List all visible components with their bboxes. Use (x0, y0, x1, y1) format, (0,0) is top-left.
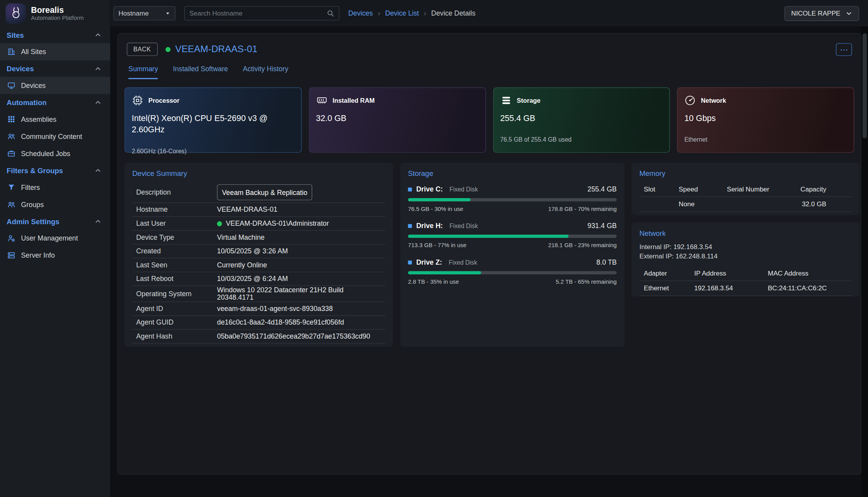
sidebar-section-automation[interactable]: Automation (0, 94, 110, 111)
ram-icon (316, 95, 327, 106)
summary-row-last-user: Last User VEEAM-DRAAS-01\Administrator (132, 217, 386, 231)
storage-stack-icon (500, 95, 512, 106)
sidebar-section-sites[interactable]: Sites (0, 26, 110, 43)
col-header: Speed (679, 185, 727, 193)
sidebar-item-scheduled-jobs[interactable]: Scheduled Jobs (0, 145, 110, 162)
sidebar-item-assemblies[interactable]: Assemblies (0, 111, 110, 128)
row-value: VEEAM-DRAAS-01\Administrator (217, 220, 329, 227)
cpu-icon (132, 95, 143, 106)
stat-sub: 2.60GHz (16-Cores) (132, 148, 294, 154)
device-details-panel: BACK VEEAM-DRAAS-01 ⋯ Summary Installed … (117, 33, 861, 474)
drive-name: Drive H: (416, 222, 443, 230)
tab-summary[interactable]: Summary (129, 65, 158, 79)
stat-title: Storage (517, 97, 541, 104)
memory-serial (727, 200, 801, 208)
sidebar-item-user-management[interactable]: User Management (0, 230, 110, 247)
row-value: veeam-draas-01-agent-svc-8930a338 (217, 305, 333, 313)
network-row: Ethernet 192.168.3.54 BC:24:11:CA:C6:2C (639, 280, 852, 296)
device-title: VEEAM-DRAAS-01 (165, 44, 257, 54)
drive-c: Drive C: Fixed Disk 255.4 GB 76.5 GB - 3… (408, 185, 617, 212)
section-label: Filters & Groups (7, 166, 63, 174)
sidebar-item-devices[interactable]: Devices (0, 77, 110, 94)
stat-value: Intel(R) Xeon(R) CPU E5-2690 v3 @ 2.60GH… (132, 113, 284, 135)
breadcrumb-link-device-list[interactable]: Device List (385, 9, 419, 17)
scrollbar-thumb[interactable] (863, 33, 867, 138)
drive-name: Drive C: (416, 185, 443, 193)
drive-usage-fill (408, 235, 569, 238)
drive-usage-fill (408, 198, 471, 202)
sidebar-section-filters-groups[interactable]: Filters & Groups (0, 162, 110, 179)
caret-down-icon (165, 11, 171, 16)
sidebar-item-server-info[interactable]: Server Info (0, 247, 110, 264)
stat-title: Network (701, 97, 726, 104)
storage-card: Storage 255.4 GB 76.5 GB of 255.4 GB use… (493, 88, 670, 153)
sidebar-item-label: Community Content (21, 132, 82, 140)
more-options-button[interactable]: ⋯ (836, 43, 852, 56)
summary-row-agent-guid: Agent GUID de16c0c1-8aa2-4d18-9585-9ce91… (132, 316, 386, 330)
row-value: 05ba0e7935171d626ecea29b27d7ae175363cd90 (217, 332, 370, 340)
search-input[interactable] (189, 9, 327, 17)
drive-used: 76.5 GB - 30% in use (408, 205, 463, 212)
breadcrumb-link-devices[interactable]: Devices (348, 9, 373, 17)
main-content: BACK VEEAM-DRAAS-01 ⋯ Summary Installed … (110, 26, 868, 497)
sidebar-section-admin-settings[interactable]: Admin Settings (0, 213, 110, 230)
tab-installed-software[interactable]: Installed Software (173, 65, 228, 79)
drive-type: Fixed Disk (449, 222, 478, 229)
back-button[interactable]: BACK (127, 42, 158, 56)
sidebar-item-groups[interactable]: Groups (0, 196, 110, 213)
scrollbar-track[interactable] (861, 26, 868, 497)
sidebar-item-label: Assemblies (21, 115, 56, 123)
server-icon (7, 251, 15, 259)
description-input[interactable] (217, 184, 312, 200)
memory-capacity: 32.0 GB (801, 200, 847, 208)
row-label: Device Type (136, 234, 217, 241)
search-filter-dropdown[interactable]: Hostname (113, 6, 175, 21)
stat-sub: 76.5 GB of 255.4 GB used (500, 136, 663, 143)
chevron-down-icon (845, 10, 852, 17)
user-menu-button[interactable]: NICOLE RAPPE (785, 6, 859, 21)
col-header: IP Address (694, 269, 768, 277)
people-icon (7, 132, 15, 140)
section-label: Admin Settings (7, 217, 60, 225)
sidebar-item-label: Server Info (21, 251, 55, 259)
tab-activity-history[interactable]: Activity History (243, 65, 289, 79)
row-label: Created (136, 247, 217, 255)
detail-columns: Device Summary Description Hostname VEEA… (125, 163, 854, 347)
col-header: Adapter (644, 269, 694, 277)
sidebar-section-devices[interactable]: Devices (0, 60, 110, 77)
row-label: Last User (136, 220, 217, 227)
drive-type: Fixed Disk (449, 259, 477, 265)
drive-used: 713.3 GB - 77% in use (408, 242, 467, 248)
briefcase-icon (7, 149, 15, 158)
network-panel-title: Network (639, 229, 852, 237)
stat-value: 32.0 GB (316, 113, 468, 124)
row-label: Hostname (136, 206, 217, 214)
breadcrumb: Devices › Device List › Device Details (348, 9, 475, 17)
sidebar-item-community-content[interactable]: Community Content (0, 128, 110, 145)
summary-row-operating-system: Operating System Windows 10 2022 Datacen… (132, 286, 386, 302)
storage-panel: Storage Drive C: Fixed Disk 255.4 GB (400, 163, 625, 347)
groups-icon (7, 200, 15, 209)
device-tabs: Summary Installed Software Activity Hist… (125, 56, 854, 79)
row-label: Agent ID (136, 305, 217, 313)
adapter-ip: 192.168.3.54 (694, 284, 768, 292)
col-header: Serial Number (727, 185, 801, 193)
col-header: Slot (644, 185, 679, 193)
summary-row-device-type: Device Type Virtual Machine (132, 231, 386, 245)
section-label: Automation (7, 98, 47, 106)
network-ip-info: Internal IP: 192.168.3.54 External IP: 1… (639, 242, 852, 262)
row-value: 10/03/2025 @ 6:24 AM (217, 275, 288, 283)
row-label: Last Seen (136, 261, 217, 269)
internal-ip: Internal IP: 192.168.3.54 (639, 242, 852, 252)
monitor-icon (7, 81, 15, 90)
drive-size: 8.0 TB (597, 258, 617, 266)
drive-usage-bar (408, 271, 617, 275)
sidebar-item-filters[interactable]: Filters (0, 179, 110, 196)
sidebar-item-all-sites[interactable]: All Sites (0, 43, 110, 60)
adapter-name: Ethernet (644, 284, 694, 292)
network-panel: Network Internal IP: 192.168.3.54 Extern… (632, 222, 859, 296)
network-header-row: Adapter IP Address MAC Address (639, 266, 852, 280)
device-name: VEEAM-DRAAS-01 (175, 44, 257, 54)
summary-row-last-reboot: Last Reboot 10/03/2025 @ 6:24 AM (132, 272, 386, 286)
brand-text: Borealis Automation Platform (31, 6, 84, 21)
